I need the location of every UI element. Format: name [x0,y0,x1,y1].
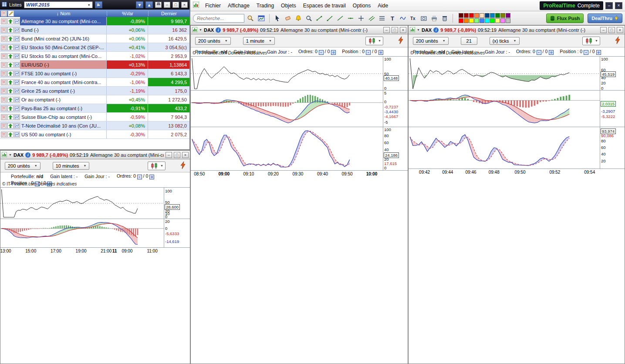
color-swatch[interactable] [506,18,510,23]
indicator-pane[interactable]: 1005040,1480 [191,56,408,90]
list-settings-button[interactable] [95,1,102,8]
app-close-button[interactable]: × [615,2,622,9]
chart-type-button[interactable]: ▼ [365,37,383,45]
open-chart-icon[interactable] [14,53,20,59]
tool-zoom-icon[interactable] [304,13,314,23]
list-selector-dropdown[interactable]: WWF.2015▼ [24,1,93,8]
trade-icon[interactable] [7,105,14,111]
color-swatch[interactable] [480,18,484,23]
trade-icon[interactable] [7,18,14,24]
indicator-pane[interactable]: 93,97490,08680604020 [409,127,625,169]
chart-close-button[interactable]: × [182,152,189,158]
order-icon[interactable] [1,71,7,77]
open-chart-icon[interactable] [14,62,20,68]
indicator-pane[interactable]: 1006045,51940200 [409,56,625,90]
column-header-dernier[interactable]: Dernier [148,11,189,16]
search-icon[interactable] [246,13,255,23]
app-minimize-button[interactable]: – [605,2,613,9]
watchlist-row[interactable]: EU Stocks 50 au comptant (Mini-Co... -1,… [0,52,189,61]
open-chart-icon[interactable] [14,131,20,138]
lightning-icon[interactable] [180,162,186,170]
color-swatch[interactable] [495,13,500,18]
watchlist-row[interactable]: Or au comptant (-) +0,45% 1 272,50 [0,95,189,104]
tick-count-input[interactable]: 21 [461,37,477,45]
indicator-pane[interactable]: 2,0315-3,2907-5,3222 [409,90,625,127]
order-icon[interactable] [1,44,7,51]
watchlist-row[interactable]: EU Stocks 50 (Mini-Contrat 2€ (SEP-... +… [0,43,189,52]
lightning-icon[interactable] [615,37,620,45]
trade-icon[interactable] [7,44,14,51]
menu-objets[interactable]: Objets [277,1,300,10]
position-list-icon[interactable]: × [366,50,371,55]
menu-options[interactable]: Options [349,1,374,10]
color-swatch[interactable] [469,13,474,18]
tool-print-icon[interactable] [429,13,439,23]
menu-affichage[interactable]: Affichage [224,1,253,10]
watchlist-row[interactable]: Grèce 25 au comptant (-) -1,19% 175,0 [0,87,189,95]
open-chart-icon[interactable] [14,36,20,42]
tool-wave-icon[interactable] [398,13,408,23]
symbol-dropdown[interactable]: ▼ [417,28,420,31]
column-header-var[interactable]: %Var [107,11,148,16]
time-axis[interactable]: 13:0015:0017:0019:0021:001109:0011:00 [0,247,190,255]
orders-list-icon[interactable]: × [137,175,142,179]
color-swatch[interactable] [485,13,490,18]
flux-push-button[interactable]: Flux Push [546,13,584,23]
watchlist-row[interactable]: FTSE 100 au comptant (-) -0,29% 6 143,3 [0,69,189,78]
orders-settings-icon[interactable]: ⊕ [149,175,154,179]
orders-settings-icon[interactable]: ⊕ [549,50,554,55]
order-icon[interactable] [1,18,7,24]
watchlist-row[interactable]: Allemagne 30 au comptant (Mini-co... -0,… [0,17,189,26]
watchlist-row[interactable]: Pays-Bas 25 au comptant (-) -0,91% 433,2 [0,104,189,113]
symbol-dropdown[interactable]: ▼ [9,153,12,156]
tool-segment-icon[interactable] [314,13,324,23]
tool-fibonacci-icon[interactable] [377,13,387,23]
trade-icon[interactable] [7,53,14,59]
order-icon[interactable] [1,114,7,120]
chart-type-button[interactable]: ▼ [582,37,600,45]
time-axis[interactable]: 09:4209:4409:4609:4809:5009:5209:54 [409,169,625,176]
units-dropdown[interactable]: 200 unités▼ [5,162,41,170]
position-settings-icon[interactable]: ⊕ [596,50,601,55]
chart-close-button[interactable]: × [617,27,623,33]
minimize-button[interactable]: – [164,2,170,8]
chart-maximize-button[interactable]: □ [608,27,615,33]
color-swatch[interactable] [469,18,474,23]
order-icon[interactable] [1,79,7,85]
watchlist-row[interactable]: EUR/USD (-) +0,13% 1,13864 [0,61,189,69]
chart-minimize-button[interactable]: – [600,27,607,33]
orders-list-icon[interactable]: × [537,50,541,55]
info-icon[interactable]: i [216,27,221,33]
indicator-pane[interactable]: 1005028,60020100 [0,187,190,219]
trade-icon[interactable] [7,88,14,94]
chart-maximize-button[interactable]: □ [392,27,398,33]
open-chart-icon[interactable] [14,105,20,111]
trade-icon[interactable] [7,97,14,103]
info-icon[interactable]: i [433,27,439,33]
tool-line-icon[interactable] [335,13,345,23]
orders-list-icon[interactable]: × [319,50,324,55]
trade-icon[interactable] [7,79,14,85]
position-list-icon[interactable]: × [584,50,588,55]
order-icon[interactable] [1,105,7,111]
chart-minimize-button[interactable]: – [166,152,172,158]
indicator-pane[interactable]: 200-5,6333-14,619 [0,219,190,247]
watchlist-row[interactable]: France 40 au comptant (Mini-contra... -1… [0,78,189,87]
tool-cursor-icon[interactable] [273,13,282,23]
order-icon[interactable] [1,27,7,33]
tool-ray-icon[interactable] [325,13,334,23]
order-icon[interactable] [1,131,7,138]
trade-icon[interactable] [7,71,14,77]
open-chart-icon[interactable] [14,97,20,103]
edit-pencil-icon[interactable] [8,10,14,17]
tool-text-icon[interactable]: T [388,13,397,23]
color-swatch[interactable] [485,18,490,23]
info-icon[interactable]: i [25,152,30,158]
color-swatch[interactable] [480,13,484,18]
chart-minimize-button[interactable]: – [383,27,390,33]
color-swatch[interactable] [474,18,479,23]
move-down-button[interactable]: ▼ [136,1,143,8]
symbol-dropdown[interactable]: ▼ [199,28,202,31]
trade-icon[interactable] [7,131,14,138]
open-chart-icon[interactable] [14,27,20,33]
